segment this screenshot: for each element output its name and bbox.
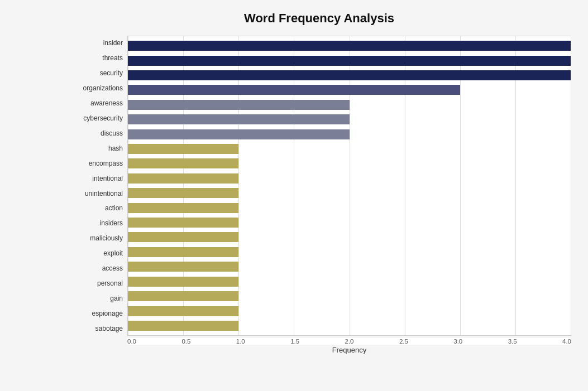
bar-row-gain xyxy=(128,289,571,303)
x-axis-row: 0.00.51.01.52.02.53.03.54.0 xyxy=(67,338,571,345)
y-label-awareness: awareness xyxy=(67,96,127,111)
y-label-security: security xyxy=(67,66,127,81)
bar-row-security xyxy=(128,68,571,83)
x-tick-4.0: 4.0 xyxy=(562,338,571,345)
x-axis-label: Frequency xyxy=(127,346,571,354)
bar-row-action xyxy=(128,200,571,215)
bar-fill-sabotage xyxy=(128,321,238,331)
bar-fill-cybersecurity xyxy=(128,114,350,124)
y-label-espionage: espionage xyxy=(67,306,127,321)
y-label-unintentional: unintentional xyxy=(67,186,127,201)
bar-row-exploit xyxy=(128,245,571,259)
bar-fill-threats xyxy=(128,56,571,66)
y-label-exploit: exploit xyxy=(67,246,127,261)
y-label-hash: hash xyxy=(67,141,127,156)
plot-area xyxy=(127,36,571,336)
y-label-access: access xyxy=(67,261,127,276)
bar-row-personal xyxy=(128,274,571,289)
x-tick-1.5: 1.5 xyxy=(290,338,299,345)
bar-row-cybersecurity xyxy=(128,112,571,127)
bar-row-insiders xyxy=(128,215,571,230)
x-tick-2.5: 2.5 xyxy=(399,338,408,345)
chart-title: Word Frequency Analysis xyxy=(67,11,571,26)
bar-fill-exploit xyxy=(128,247,238,257)
bar-fill-insider xyxy=(128,41,571,51)
bar-fill-awareness xyxy=(128,100,350,110)
bar-fill-maliciously xyxy=(128,232,238,242)
x-tick-3.5: 3.5 xyxy=(508,338,517,345)
y-label-cybersecurity: cybersecurity xyxy=(67,111,127,126)
bar-fill-espionage xyxy=(128,306,238,316)
y-label-insiders: insiders xyxy=(67,216,127,231)
bar-row-intentional xyxy=(128,171,571,186)
bar-row-unintentional xyxy=(128,186,571,200)
y-label-personal: personal xyxy=(67,276,127,291)
bar-fill-access xyxy=(128,262,238,272)
y-label-threats: threats xyxy=(67,51,127,66)
grid-line-8 xyxy=(571,36,571,335)
y-label-insider: insider xyxy=(67,36,127,51)
bar-fill-hash xyxy=(128,144,238,154)
bar-row-organizations xyxy=(128,83,571,97)
y-label-maliciously: maliciously xyxy=(67,231,127,246)
bar-row-hash xyxy=(128,142,571,156)
bar-row-access xyxy=(128,259,571,274)
bar-fill-action xyxy=(128,203,238,213)
x-tick-0.0: 0.0 xyxy=(127,338,136,345)
chart-container: Word Frequency Analysis insiderthreatsse… xyxy=(0,0,588,391)
bar-row-maliciously xyxy=(128,230,571,244)
y-label-encompass: encompass xyxy=(67,156,127,171)
bar-row-threats xyxy=(128,53,571,67)
bar-row-espionage xyxy=(128,303,571,318)
bar-fill-security xyxy=(128,70,571,80)
x-tick-2.0: 2.0 xyxy=(345,338,354,345)
y-label-intentional: intentional xyxy=(67,171,127,186)
y-label-sabotage: sabotage xyxy=(67,321,127,336)
y-label-discuss: discuss xyxy=(67,125,127,141)
y-label-action: action xyxy=(67,201,127,216)
y-label-organizations: organizations xyxy=(67,81,127,96)
bar-row-sabotage xyxy=(128,318,571,333)
bar-fill-personal xyxy=(128,277,238,287)
x-axis-ticks: 0.00.51.01.52.02.53.03.54.0 xyxy=(127,338,571,345)
y-axis-labels: insiderthreatssecurityorganizationsaware… xyxy=(67,36,127,336)
bar-fill-encompass xyxy=(128,158,238,168)
x-tick-1.0: 1.0 xyxy=(236,338,245,345)
bar-row-awareness xyxy=(128,98,571,112)
x-tick-3.0: 3.0 xyxy=(453,338,462,345)
bar-fill-gain xyxy=(128,291,238,301)
bar-fill-unintentional xyxy=(128,188,238,198)
bar-fill-organizations xyxy=(128,85,460,95)
bar-fill-intentional xyxy=(128,173,238,184)
bar-row-encompass xyxy=(128,156,571,171)
bars-column xyxy=(128,36,571,335)
bar-fill-insiders xyxy=(128,218,238,228)
y-label-gain: gain xyxy=(67,291,127,306)
x-tick-0.5: 0.5 xyxy=(181,338,190,345)
bar-fill-discuss xyxy=(128,129,350,139)
bar-row-insider xyxy=(128,38,571,53)
bar-row-discuss xyxy=(128,127,571,141)
